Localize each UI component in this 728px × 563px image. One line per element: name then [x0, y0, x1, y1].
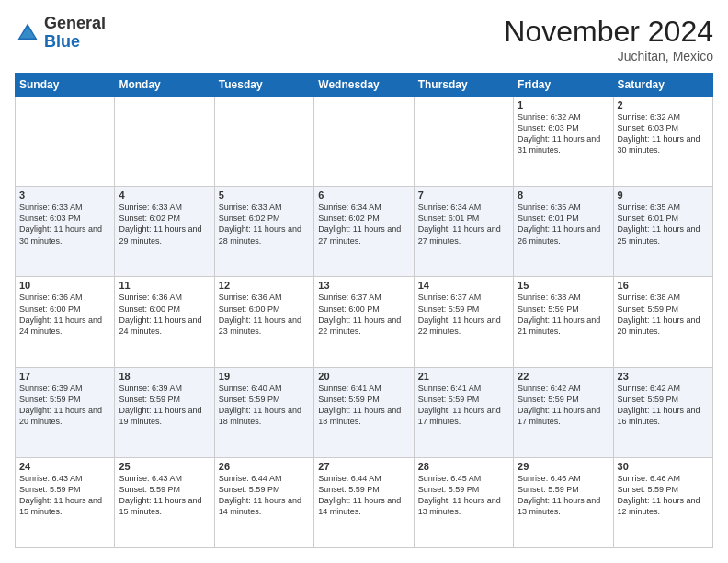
cell-4-6: 30Sunrise: 6:46 AM Sunset: 5:59 PM Dayli…: [613, 457, 712, 547]
cell-3-3: 20Sunrise: 6:41 AM Sunset: 5:59 PM Dayli…: [314, 367, 414, 457]
week-row-1: 3Sunrise: 6:33 AM Sunset: 6:03 PM Daylig…: [16, 187, 713, 277]
cell-info-3-3: Sunrise: 6:41 AM Sunset: 5:59 PM Dayligh…: [318, 383, 409, 428]
cell-info-1-5: Sunrise: 6:35 AM Sunset: 6:01 PM Dayligh…: [518, 201, 609, 247]
cell-3-0: 17Sunrise: 6:39 AM Sunset: 5:59 PM Dayli…: [16, 367, 115, 457]
week-row-3: 17Sunrise: 6:39 AM Sunset: 5:59 PM Dayli…: [16, 367, 713, 457]
day-number-0-5: 1: [518, 99, 609, 110]
day-number-4-3: 27: [318, 461, 409, 472]
day-number-3-2: 19: [219, 371, 310, 382]
cell-info-1-1: Sunrise: 6:33 AM Sunset: 6:02 PM Dayligh…: [119, 201, 210, 247]
calendar-header: Sunday Monday Tuesday Wednesday Thursday…: [16, 74, 713, 97]
title-area: November 2024 Juchitan, Mexico: [504, 15, 713, 63]
cell-2-1: 11Sunrise: 6:36 AM Sunset: 6:00 PM Dayli…: [115, 277, 214, 367]
cell-1-0: 3Sunrise: 6:33 AM Sunset: 6:03 PM Daylig…: [16, 187, 115, 277]
cell-info-3-4: Sunrise: 6:41 AM Sunset: 5:59 PM Dayligh…: [418, 383, 509, 428]
cell-0-1: [115, 97, 214, 187]
day-number-2-3: 13: [318, 280, 409, 291]
cell-info-4-5: Sunrise: 6:46 AM Sunset: 5:59 PM Dayligh…: [518, 473, 609, 518]
day-number-2-6: 16: [618, 280, 709, 291]
cell-info-2-1: Sunrise: 6:36 AM Sunset: 6:00 PM Dayligh…: [119, 292, 210, 337]
col-thursday: Thursday: [414, 74, 513, 97]
cell-info-2-6: Sunrise: 6:38 AM Sunset: 5:59 PM Dayligh…: [618, 292, 709, 337]
logo: General Blue: [15, 15, 106, 52]
cell-info-2-3: Sunrise: 6:37 AM Sunset: 6:00 PM Dayligh…: [318, 292, 409, 337]
cell-info-3-6: Sunrise: 6:42 AM Sunset: 5:59 PM Dayligh…: [618, 383, 709, 428]
cell-info-2-0: Sunrise: 6:36 AM Sunset: 6:00 PM Dayligh…: [19, 292, 110, 337]
col-tuesday: Tuesday: [214, 74, 313, 97]
week-row-0: 1Sunrise: 6:32 AM Sunset: 6:03 PM Daylig…: [16, 97, 713, 187]
cell-info-4-2: Sunrise: 6:44 AM Sunset: 5:59 PM Dayligh…: [219, 473, 310, 518]
day-number-3-6: 23: [618, 371, 709, 382]
logo-general-text: General: [44, 15, 106, 33]
cell-1-2: 5Sunrise: 6:33 AM Sunset: 6:02 PM Daylig…: [214, 187, 313, 277]
day-number-1-5: 8: [518, 190, 609, 201]
day-number-2-4: 14: [418, 280, 509, 291]
cell-info-3-1: Sunrise: 6:39 AM Sunset: 5:59 PM Dayligh…: [119, 383, 210, 428]
cell-info-4-6: Sunrise: 6:46 AM Sunset: 5:59 PM Dayligh…: [618, 473, 709, 518]
cell-2-2: 12Sunrise: 6:36 AM Sunset: 6:00 PM Dayli…: [214, 277, 313, 367]
cell-info-0-6: Sunrise: 6:32 AM Sunset: 6:03 PM Dayligh…: [618, 111, 709, 156]
cell-4-3: 27Sunrise: 6:44 AM Sunset: 5:59 PM Dayli…: [314, 457, 414, 547]
logo-icon: [15, 20, 40, 46]
day-number-3-4: 21: [418, 371, 509, 382]
cell-2-6: 16Sunrise: 6:38 AM Sunset: 5:59 PM Dayli…: [613, 277, 712, 367]
calendar-body: 1Sunrise: 6:32 AM Sunset: 6:03 PM Daylig…: [16, 97, 713, 548]
cell-info-2-2: Sunrise: 6:36 AM Sunset: 6:00 PM Dayligh…: [219, 292, 310, 337]
day-number-4-5: 29: [518, 461, 609, 472]
cell-info-1-0: Sunrise: 6:33 AM Sunset: 6:03 PM Dayligh…: [19, 201, 110, 247]
cell-info-4-4: Sunrise: 6:45 AM Sunset: 5:59 PM Dayligh…: [418, 473, 509, 518]
cell-info-2-5: Sunrise: 6:38 AM Sunset: 5:59 PM Dayligh…: [518, 292, 609, 337]
cell-2-4: 14Sunrise: 6:37 AM Sunset: 5:59 PM Dayli…: [414, 277, 513, 367]
day-number-3-0: 17: [19, 371, 110, 382]
cell-3-1: 18Sunrise: 6:39 AM Sunset: 5:59 PM Dayli…: [115, 367, 214, 457]
cell-4-2: 26Sunrise: 6:44 AM Sunset: 5:59 PM Dayli…: [214, 457, 313, 547]
day-number-1-0: 3: [19, 190, 110, 201]
day-number-2-0: 10: [19, 280, 110, 291]
cell-info-3-5: Sunrise: 6:42 AM Sunset: 5:59 PM Dayligh…: [518, 383, 609, 428]
col-sunday: Sunday: [16, 74, 115, 97]
day-number-1-6: 9: [618, 190, 709, 201]
cell-info-4-1: Sunrise: 6:43 AM Sunset: 5:59 PM Dayligh…: [119, 473, 210, 518]
col-friday: Friday: [514, 74, 613, 97]
cell-1-6: 9Sunrise: 6:35 AM Sunset: 6:01 PM Daylig…: [613, 187, 712, 277]
col-saturday: Saturday: [613, 74, 712, 97]
cell-1-4: 7Sunrise: 6:34 AM Sunset: 6:01 PM Daylig…: [414, 187, 513, 277]
week-row-2: 10Sunrise: 6:36 AM Sunset: 6:00 PM Dayli…: [16, 277, 713, 367]
col-monday: Monday: [115, 74, 214, 97]
day-number-3-5: 22: [518, 371, 609, 382]
cell-0-6: 2Sunrise: 6:32 AM Sunset: 6:03 PM Daylig…: [613, 97, 712, 187]
cell-info-1-4: Sunrise: 6:34 AM Sunset: 6:01 PM Dayligh…: [418, 201, 509, 247]
cell-0-4: [414, 97, 513, 187]
cell-info-1-6: Sunrise: 6:35 AM Sunset: 6:01 PM Dayligh…: [618, 201, 709, 247]
day-number-3-3: 20: [318, 371, 409, 382]
day-number-4-2: 26: [219, 461, 310, 472]
cell-1-3: 6Sunrise: 6:34 AM Sunset: 6:02 PM Daylig…: [314, 187, 414, 277]
day-number-1-2: 5: [219, 190, 310, 201]
day-number-2-1: 11: [119, 280, 210, 291]
page: General Blue November 2024 Juchitan, Mex…: [0, 0, 728, 563]
logo-blue-text: Blue: [44, 33, 106, 52]
cell-info-0-5: Sunrise: 6:32 AM Sunset: 6:03 PM Dayligh…: [518, 111, 609, 156]
cell-info-2-4: Sunrise: 6:37 AM Sunset: 5:59 PM Dayligh…: [418, 292, 509, 337]
cell-3-6: 23Sunrise: 6:42 AM Sunset: 5:59 PM Dayli…: [613, 367, 712, 457]
day-number-4-1: 25: [119, 461, 210, 472]
header: General Blue November 2024 Juchitan, Mex…: [15, 15, 713, 63]
cell-2-0: 10Sunrise: 6:36 AM Sunset: 6:00 PM Dayli…: [16, 277, 115, 367]
cell-info-4-0: Sunrise: 6:43 AM Sunset: 5:59 PM Dayligh…: [19, 473, 110, 518]
col-wednesday: Wednesday: [314, 74, 414, 97]
cell-3-2: 19Sunrise: 6:40 AM Sunset: 5:59 PM Dayli…: [214, 367, 313, 457]
day-number-4-6: 30: [618, 461, 709, 472]
day-number-1-4: 7: [418, 190, 509, 201]
cell-info-4-3: Sunrise: 6:44 AM Sunset: 5:59 PM Dayligh…: [318, 473, 409, 518]
cell-4-1: 25Sunrise: 6:43 AM Sunset: 5:59 PM Dayli…: [115, 457, 214, 547]
cell-4-4: 28Sunrise: 6:45 AM Sunset: 5:59 PM Dayli…: [414, 457, 513, 547]
cell-info-1-2: Sunrise: 6:33 AM Sunset: 6:02 PM Dayligh…: [219, 201, 310, 247]
cell-1-5: 8Sunrise: 6:35 AM Sunset: 6:01 PM Daylig…: [514, 187, 613, 277]
location-subtitle: Juchitan, Mexico: [504, 49, 713, 63]
cell-4-0: 24Sunrise: 6:43 AM Sunset: 5:59 PM Dayli…: [16, 457, 115, 547]
day-number-4-4: 28: [418, 461, 509, 472]
cell-4-5: 29Sunrise: 6:46 AM Sunset: 5:59 PM Dayli…: [514, 457, 613, 547]
header-row: Sunday Monday Tuesday Wednesday Thursday…: [16, 74, 713, 97]
cell-3-4: 21Sunrise: 6:41 AM Sunset: 5:59 PM Dayli…: [414, 367, 513, 457]
cell-2-5: 15Sunrise: 6:38 AM Sunset: 5:59 PM Dayli…: [514, 277, 613, 367]
